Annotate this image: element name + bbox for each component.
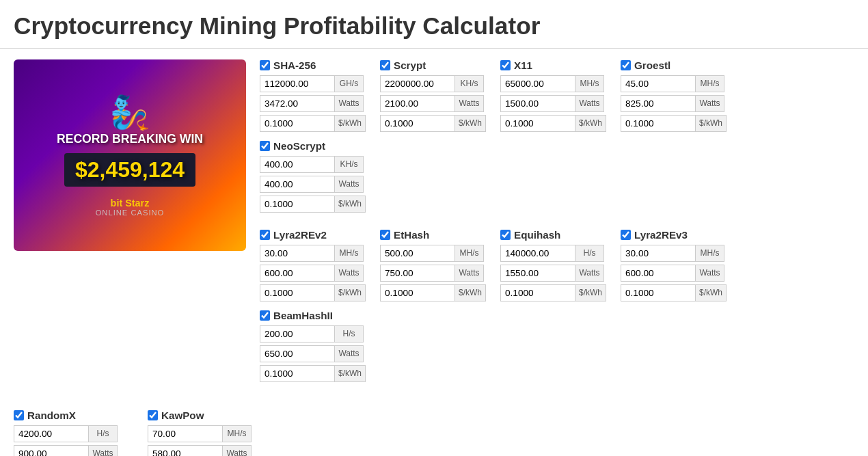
algo-header-lyra2rev2: Lyra2REv2 [260, 229, 369, 241]
algo-hashrate-unit-lyra2rev2: MH/s [335, 245, 364, 262]
algo-name-randomx: RandomX [27, 410, 76, 421]
algo-cost-unit-equihash: $/kWh [575, 284, 606, 301]
algo-hashrate-unit-neoscrypt: KH/s [335, 156, 364, 173]
algo-hashrate-input-equihash[interactable] [500, 245, 575, 262]
algo-power-input-sha256[interactable] [260, 95, 335, 112]
algo-power-input-equihash[interactable] [500, 265, 575, 282]
algo-cost-unit-lyra2rev2: $/kWh [335, 284, 366, 301]
algo-cost-input-beamhashii[interactable] [260, 365, 335, 382]
algo-cost-input-lyra2rev2[interactable] [260, 284, 335, 301]
algo-hashrate-unit-randomx: H/s [89, 425, 118, 442]
algo-checkbox-neoscrypt[interactable] [260, 141, 270, 151]
algo-cost-input-equihash[interactable] [500, 284, 575, 301]
algo-cost-input-groestl[interactable] [621, 115, 696, 132]
algo-cost-input-x11[interactable] [500, 115, 575, 132]
algo-checkbox-sha256[interactable] [260, 60, 270, 70]
algo-checkbox-lyra2rev2[interactable] [260, 230, 270, 240]
algo-name-groestl: Groestl [634, 59, 670, 71]
algo-power-row-lyra2rev2: Watts [260, 265, 369, 282]
algo-cost-row-scrypt: $/kWh [380, 115, 489, 132]
algo-cost-input-ethash[interactable] [380, 284, 455, 301]
algo-hashrate-input-sha256[interactable] [260, 75, 335, 92]
algo-checkbox-ethash[interactable] [380, 230, 390, 240]
algo-power-input-lyra2rev2[interactable] [260, 265, 335, 282]
algo-power-input-lyra2rev3[interactable] [621, 265, 696, 282]
algo-power-unit-equihash: Watts [575, 265, 604, 282]
algo-hashrate-unit-equihash: H/s [575, 245, 604, 262]
algo-cost-row-x11: $/kWh [500, 115, 610, 132]
algo-hashrate-input-groestl[interactable] [621, 75, 696, 92]
algo-power-input-kawpow[interactable] [148, 445, 223, 456]
algo-cost-input-neoscrypt[interactable] [260, 196, 335, 213]
algo-power-unit-lyra2rev3: Watts [696, 265, 724, 282]
algo-cost-unit-scrypt: $/kWh [455, 115, 486, 132]
algo-power-unit-kawpow: Watts [223, 445, 252, 456]
algo-cost-input-scrypt[interactable] [380, 115, 455, 132]
algo-power-unit-randomx: Watts [89, 445, 118, 456]
algo-cost-unit-beamhashii: $/kWh [335, 365, 366, 382]
algo-header-lyra2rev3: Lyra2REv3 [621, 229, 730, 241]
algo-checkbox-equihash[interactable] [500, 230, 511, 240]
algo-cost-row-equihash: $/kWh [500, 284, 610, 301]
algo-checkbox-kawpow[interactable] [148, 410, 158, 420]
algo-power-row-x11: Watts [500, 95, 610, 112]
algo-hashrate-input-lyra2rev2[interactable] [260, 245, 335, 262]
algo-hashrate-input-ethash[interactable] [380, 245, 455, 262]
algo-power-input-x11[interactable] [500, 95, 575, 112]
algo-card-lyra2rev3: Lyra2REv3 MH/s Watts $/kWh [621, 229, 730, 304]
algo-cost-input-lyra2rev3[interactable] [621, 284, 696, 301]
algo-header-groestl: Groestl [621, 59, 730, 71]
algo-power-row-equihash: Watts [500, 265, 610, 282]
algo-row-1: SHA-256 GH/s Watts $/kWh Scrypt KH/s Wat… [260, 59, 854, 221]
algo-hashrate-input-beamhashii[interactable] [260, 325, 335, 343]
algo-power-input-beamhashii[interactable] [260, 345, 335, 362]
algo-checkbox-groestl[interactable] [621, 60, 631, 70]
algo-hashrate-input-x11[interactable] [500, 75, 575, 92]
algo-hashrate-input-neoscrypt[interactable] [260, 156, 335, 173]
algo-hashrate-input-lyra2rev3[interactable] [621, 245, 696, 262]
algo-checkbox-randomx[interactable] [14, 410, 24, 420]
algo-name-sha256: SHA-256 [273, 59, 316, 71]
algo-hashrate-input-kawpow[interactable] [148, 425, 223, 442]
algo-hashrate-input-scrypt[interactable] [380, 75, 455, 92]
algo-cost-row-groestl: $/kWh [621, 115, 730, 132]
algo-power-row-sha256: Watts [260, 95, 369, 112]
algo-power-row-ethash: Watts [380, 265, 489, 282]
algo-power-input-ethash[interactable] [380, 265, 455, 282]
algo-hashrate-row-sha256: GH/s [260, 75, 369, 92]
algo-hashrate-unit-sha256: GH/s [335, 75, 364, 92]
algo-power-row-neoscrypt: Watts [260, 176, 369, 193]
algo-hashrate-row-kawpow: MH/s [148, 425, 257, 442]
ad-amount: $2,459,124 [64, 153, 195, 187]
algo-hashrate-row-lyra2rev3: MH/s [621, 245, 730, 262]
algo-cost-row-sha256: $/kWh [260, 115, 369, 132]
algo-name-x11: X11 [514, 59, 532, 71]
algo-name-ethash: EtHash [394, 229, 429, 241]
algo-power-input-neoscrypt[interactable] [260, 176, 335, 193]
algo-header-x11: X11 [500, 59, 610, 71]
algo-checkbox-beamhashii[interactable] [260, 310, 270, 321]
algo-power-unit-scrypt: Watts [455, 95, 484, 112]
algo-power-input-randomx[interactable] [14, 445, 89, 456]
extra-algos-row: RandomX H/s Watts $/kWh KawPow MH/s Watt… [14, 410, 854, 456]
algo-name-kawpow: KawPow [161, 410, 204, 421]
algo-cost-unit-sha256: $/kWh [335, 115, 366, 132]
algo-power-input-scrypt[interactable] [380, 95, 455, 112]
algo-header-equihash: Equihash [500, 229, 610, 241]
algo-header-neoscrypt: NeoScrypt [260, 140, 369, 152]
algo-card-kawpow: KawPow MH/s Watts $/kWh [148, 410, 257, 456]
algo-power-unit-groestl: Watts [696, 95, 724, 112]
algo-checkbox-scrypt[interactable] [380, 60, 390, 70]
algo-hashrate-unit-scrypt: KH/s [455, 75, 484, 92]
algo-hashrate-unit-beamhashii: H/s [335, 325, 364, 343]
algo-power-input-groestl[interactable] [621, 95, 696, 112]
algo-cost-input-sha256[interactable] [260, 115, 335, 132]
algo-checkbox-x11[interactable] [500, 60, 511, 70]
algo-row-2: Lyra2REv2 MH/s Watts $/kWh EtHash MH/s W… [260, 229, 854, 390]
algo-name-lyra2rev2: Lyra2REv2 [273, 229, 327, 241]
algo-hashrate-unit-x11: MH/s [575, 75, 604, 92]
algo-checkbox-lyra2rev3[interactable] [621, 230, 631, 240]
algo-hashrate-row-scrypt: KH/s [380, 75, 489, 92]
algo-header-beamhashii: BeamHashII [260, 310, 369, 321]
algo-hashrate-input-randomx[interactable] [14, 425, 89, 442]
